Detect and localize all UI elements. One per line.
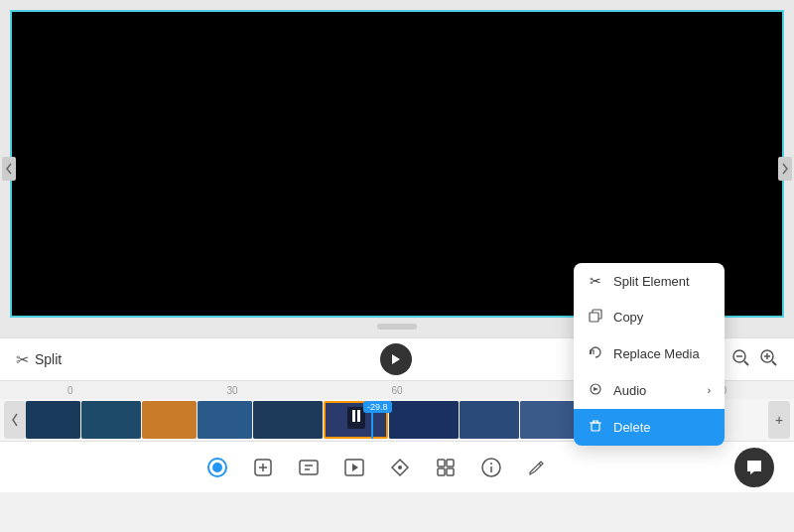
clip-3[interactable] xyxy=(142,401,197,439)
audio-icon xyxy=(588,382,603,399)
svg-rect-23 xyxy=(447,468,454,475)
right-nav-arrow[interactable] xyxy=(778,157,792,181)
copy-icon xyxy=(588,309,603,326)
toolbar-add-button[interactable] xyxy=(252,457,274,478)
svg-rect-21 xyxy=(447,460,454,466)
track-left-button[interactable] xyxy=(4,401,26,439)
clip-5[interactable] xyxy=(253,401,323,439)
svg-rect-22 xyxy=(438,468,445,475)
svg-point-10 xyxy=(212,463,222,472)
bottom-toolbar xyxy=(0,441,794,492)
clip-1[interactable] xyxy=(26,401,80,439)
menu-item-replace-media[interactable]: Replace Media xyxy=(574,335,725,372)
copy-label: Copy xyxy=(613,310,643,325)
ruler-mark-0: 0 xyxy=(67,385,73,396)
menu-item-delete[interactable]: Delete xyxy=(574,409,725,446)
zoom-in-button[interactable] xyxy=(758,347,778,372)
audio-submenu-arrow: › xyxy=(708,385,711,396)
svg-point-19 xyxy=(398,466,402,469)
split-element-label: Split Element xyxy=(613,274,690,289)
svg-line-27 xyxy=(539,464,541,466)
svg-line-6 xyxy=(772,361,776,365)
svg-point-26 xyxy=(490,463,492,465)
toolbar-sticker-button[interactable] xyxy=(389,457,411,478)
clip-7[interactable] xyxy=(389,401,459,439)
left-nav-arrow[interactable] xyxy=(2,157,16,181)
toolbar-home-button[interactable] xyxy=(206,457,228,478)
menu-item-audio[interactable]: Audio › xyxy=(574,372,725,409)
ruler-mark-30: 30 xyxy=(226,385,237,396)
svg-marker-18 xyxy=(352,464,358,471)
playhead-time: -29.8 xyxy=(363,401,392,413)
add-clip-icon: + xyxy=(775,412,783,428)
menu-item-copy[interactable]: Copy xyxy=(574,299,725,335)
track-add-button[interactable]: + xyxy=(768,401,790,439)
ruler-mark-60: 60 xyxy=(391,385,402,396)
split-icon: ✂ xyxy=(16,350,29,369)
svg-rect-7 xyxy=(352,410,355,422)
delete-icon xyxy=(588,419,603,436)
clip-2[interactable] xyxy=(81,401,141,439)
svg-rect-32 xyxy=(592,423,599,431)
toolbar-template-button[interactable] xyxy=(435,457,457,478)
split-label: Split xyxy=(35,351,62,367)
chat-button[interactable] xyxy=(734,448,774,487)
clip-4[interactable] xyxy=(198,401,252,439)
svg-rect-14 xyxy=(300,461,318,474)
svg-marker-30 xyxy=(590,350,592,354)
menu-item-split-element[interactable]: ✂ Split Element xyxy=(574,263,725,299)
svg-rect-8 xyxy=(357,410,360,422)
svg-rect-29 xyxy=(590,313,598,322)
scroll-indicator xyxy=(377,324,417,330)
svg-line-2 xyxy=(744,361,748,365)
delete-label: Delete xyxy=(613,420,651,435)
play-button[interactable] xyxy=(380,343,412,375)
clip-8[interactable] xyxy=(460,401,519,439)
toolbar-media-button[interactable] xyxy=(343,457,365,478)
toolbar-edit-button[interactable] xyxy=(526,457,548,478)
context-menu: ✂ Split Element Copy Replace Media xyxy=(574,263,725,446)
replace-media-icon xyxy=(588,345,603,362)
replace-media-label: Replace Media xyxy=(613,346,700,361)
split-element-icon: ✂ xyxy=(588,273,603,289)
split-button[interactable]: ✂ Split xyxy=(16,350,62,369)
zoom-out-button[interactable] xyxy=(730,347,750,372)
toolbar-text-button[interactable] xyxy=(298,457,320,478)
toolbar-info-button[interactable] xyxy=(480,457,502,478)
svg-rect-20 xyxy=(438,460,445,466)
zoom-controls xyxy=(730,347,778,372)
audio-label: Audio xyxy=(613,383,646,398)
toolbar-icons xyxy=(20,457,734,478)
